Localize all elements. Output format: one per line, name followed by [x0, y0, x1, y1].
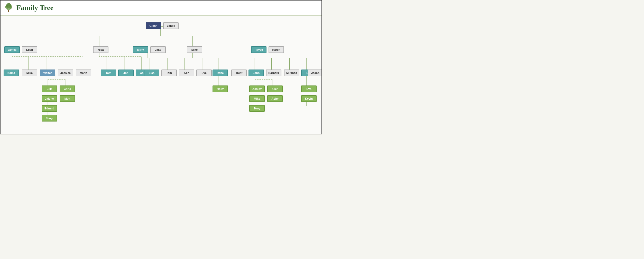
node-ken[interactable]: Ken — [179, 70, 194, 76]
header: Family Tree — [1, 1, 321, 15]
node-nica[interactable]: Nica — [93, 46, 108, 53]
node-chris[interactable]: Chris — [60, 85, 75, 92]
node-ellen[interactable]: Ellen — [22, 46, 37, 53]
node-lisa[interactable]: Lisa — [144, 70, 159, 76]
node-terry[interactable]: Terry — [42, 115, 57, 122]
node-ellir[interactable]: Ellir — [42, 85, 57, 92]
node-allen[interactable]: Allen — [267, 85, 283, 92]
node-john[interactable]: John — [249, 70, 264, 76]
node-mario[interactable]: Mario — [76, 70, 91, 76]
node-jon[interactable]: Jon — [118, 70, 134, 76]
node-naina[interactable]: Naina — [4, 70, 19, 76]
node-eva2[interactable]: Eva — [301, 85, 317, 92]
svg-point-3 — [7, 6, 11, 10]
node-rene[interactable]: Rene — [213, 70, 228, 76]
node-jake[interactable]: Jake — [150, 46, 166, 53]
node-walter[interactable]: Walter — [40, 70, 55, 76]
node-jacob[interactable]: Jacob — [308, 70, 321, 76]
node-tom[interactable]: Tom — [101, 70, 116, 76]
node-james[interactable]: James — [4, 46, 20, 53]
node-jaione[interactable]: Jaione — [42, 95, 57, 102]
node-abby[interactable]: Abby — [267, 95, 283, 102]
node-mike[interactable]: Mike — [187, 46, 202, 53]
node-mika[interactable]: Mika — [22, 70, 37, 76]
node-tony[interactable]: Tony — [249, 105, 265, 112]
tree-icon — [4, 3, 14, 13]
node-ashley[interactable]: Ashley — [249, 85, 265, 92]
node-kevin[interactable]: Kevin — [301, 95, 317, 102]
node-rayco[interactable]: Rayco — [251, 46, 266, 53]
node-holly[interactable]: Holly — [213, 85, 228, 92]
page: Family Tree — [0, 0, 322, 134]
svg-rect-4 — [8, 10, 9, 12]
node-barbara[interactable]: Barbara — [266, 70, 281, 76]
node-karen[interactable]: Karen — [269, 46, 284, 53]
node-eduard[interactable]: Eduard — [42, 105, 57, 112]
node-trent[interactable]: Trent — [231, 70, 247, 76]
page-title: Family Tree — [16, 4, 53, 12]
node-glenn[interactable]: Glenn — [146, 22, 161, 29]
node-mirty[interactable]: Mirty — [133, 46, 148, 53]
node-tam[interactable]: Tam — [161, 70, 177, 76]
node-matt[interactable]: Matt — [60, 95, 75, 102]
node-mike2[interactable]: Mike — [249, 95, 265, 102]
node-vange[interactable]: Vange — [163, 22, 179, 29]
node-miranda[interactable]: Miranda — [284, 70, 299, 76]
tree-container: Glenn Vange James Ellen Nica Mirty Jake … — [1, 15, 321, 134]
node-jessica[interactable]: Jessica — [58, 70, 73, 76]
node-eve[interactable]: Eve — [196, 70, 212, 76]
